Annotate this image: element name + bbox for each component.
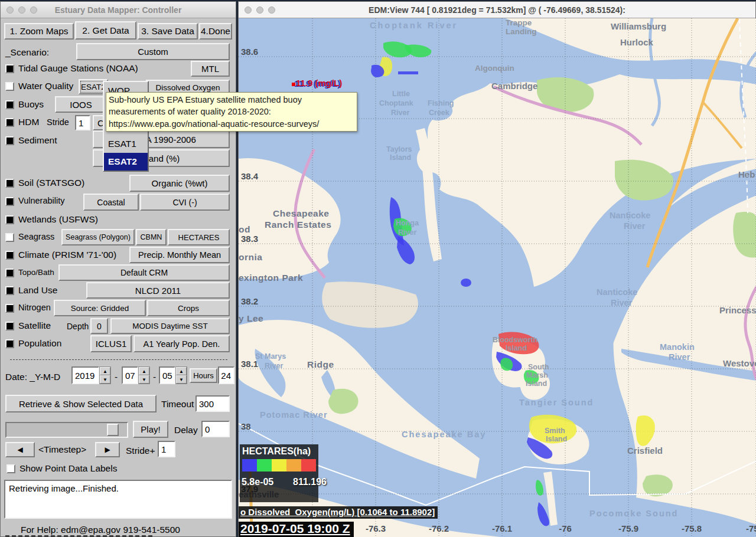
wetlands-checkbox[interactable] [5, 215, 14, 224]
latitude-label: 38.4 [241, 171, 258, 181]
map-label: St Marys [255, 352, 286, 361]
longitude-label: -76 [559, 523, 572, 533]
climate-checkbox[interactable] [5, 251, 14, 260]
controller-window: Estuary Data Mapper: Controller 1. Zoom … [0, 1, 236, 537]
vulnerability-source-button[interactable]: Coastal [83, 194, 139, 211]
satellite-variable-button[interactable]: MODIS Daytime SST [110, 318, 230, 334]
controller-titlebar[interactable]: Estuary Data Mapper: Controller [1, 2, 236, 18]
seagrass-variable-button[interactable]: HECTARES [168, 229, 230, 245]
satellite-depth-button[interactable]: 0 [90, 318, 108, 334]
retrieve-button[interactable]: Retrieve & Show Selected Data [5, 395, 157, 412]
soil-checkbox[interactable] [5, 179, 14, 188]
tooltip-line: Sub-hourly US EPA Estuary satellite matc… [109, 94, 354, 106]
map-label: Westover [723, 358, 756, 368]
legend-min: 5.8e-05 [242, 477, 273, 487]
map-label: Manokin [660, 342, 695, 352]
buoys-source-button[interactable]: IOOS [55, 96, 107, 113]
climate-variable-button[interactable]: Precip. Monthly Mean [129, 247, 230, 263]
longitude-label: -75.7 [746, 523, 756, 533]
sediment-checkbox[interactable] [5, 136, 14, 145]
seagrass-network-button[interactable]: CBMN [136, 229, 167, 245]
stride-plus-entry[interactable]: 1 [158, 441, 175, 457]
map-label: Princess [719, 305, 756, 315]
map-label: Choptank [379, 99, 413, 107]
spin-up-icon[interactable]: ▲ [139, 367, 149, 375]
seagrass-source-button[interactable]: Seagrass (Polygon) [61, 229, 135, 245]
prev-timestep-button[interactable]: ◀ [5, 442, 35, 457]
satellite-depth-label: Depth [67, 322, 89, 331]
zoom-button[interactable] [268, 6, 275, 14]
longitude-label: -76.1 [492, 523, 512, 533]
map-title: EDM:View 744 [ 0.81921deg = 71.532km] @ … [369, 5, 625, 15]
map-label: Algonquin [475, 64, 514, 73]
date-day-spinner[interactable]: ▲▼ [175, 366, 187, 384]
seagrass-checkbox[interactable] [5, 233, 14, 242]
date-day-entry[interactable]: 05 [159, 366, 175, 384]
tidal-checkbox[interactable] [5, 64, 14, 73]
slider-handle[interactable] [107, 424, 119, 436]
date-month-entry[interactable]: 07 [122, 366, 138, 384]
hdm-checkbox[interactable] [5, 118, 14, 127]
window-controls[interactable] [6, 6, 37, 14]
hours-button[interactable]: Hours [190, 368, 217, 383]
window-controls[interactable] [245, 6, 275, 14]
map-window: EDM:View 744 [ 0.81921deg = 71.532km] @ … [238, 1, 756, 537]
minimize-button[interactable] [256, 6, 263, 14]
tab-zoom-maps[interactable]: 1. Zoom Maps [4, 23, 74, 40]
spin-down-icon[interactable]: ▼ [139, 375, 149, 384]
nitrogen-checkbox[interactable] [5, 304, 14, 313]
date-year-entry[interactable]: 2019 [71, 366, 99, 384]
landuse-checkbox[interactable] [5, 286, 14, 295]
population-source-button[interactable]: ICLUS1 [90, 335, 132, 352]
close-button[interactable] [6, 6, 14, 14]
delay-label: Delay [174, 425, 198, 436]
topobath-variable-button[interactable]: Default CRM [58, 264, 230, 281]
nitrogen-variable-button[interactable]: Crops [147, 300, 230, 316]
menu-item-esat1[interactable]: ESAT1 [104, 135, 148, 153]
map-label: Chesapeake [273, 208, 329, 219]
scenario-button[interactable]: Custom [76, 43, 230, 60]
map-label: ornia [239, 252, 262, 263]
spin-down-icon[interactable]: ▼ [100, 375, 110, 384]
hdm-stride-entry[interactable]: 1 [75, 115, 90, 130]
map-label: Ranch Estates [265, 220, 331, 230]
population-variable-button[interactable]: A1 Yearly Pop. Den. [133, 335, 230, 352]
spin-up-icon[interactable]: ▲ [100, 367, 110, 375]
tab-save-data[interactable]: 3. Save Data [138, 23, 198, 40]
soil-variable-button[interactable]: Organic (%wt) [129, 175, 230, 192]
date-month-spinner[interactable]: ▲▼ [138, 366, 150, 384]
map-label: Marsh [526, 371, 548, 379]
water-quality-checkbox[interactable] [5, 82, 14, 91]
menu-item-esat2[interactable]: ESAT2 [104, 153, 148, 171]
satellite-label: Satellite [18, 320, 51, 331]
vulnerability-checkbox[interactable] [5, 197, 14, 206]
topobath-checkbox[interactable] [5, 268, 14, 277]
show-labels-checkbox[interactable] [6, 464, 15, 473]
satellite-checkbox[interactable] [5, 322, 14, 330]
next-timestep-button[interactable]: ▶ [95, 442, 120, 457]
spin-down-icon[interactable]: ▼ [176, 375, 187, 384]
vulnerability-variable-button[interactable]: CVI (-) [140, 194, 230, 211]
delay-entry[interactable]: 0 [201, 421, 230, 437]
map-titlebar[interactable]: EDM:View 744 [ 0.81921deg = 71.532km] @ … [239, 2, 755, 18]
population-checkbox[interactable] [5, 339, 14, 348]
landuse-variable-button[interactable]: NLCD 2011 [86, 282, 230, 299]
tab-done[interactable]: 4.Done [199, 23, 232, 40]
spin-up-icon[interactable]: ▲ [176, 367, 187, 375]
tidal-variable-button[interactable]: MTL [191, 61, 230, 77]
nitrogen-source-button[interactable]: Source: Gridded [54, 300, 146, 316]
timeout-entry[interactable]: 300 [195, 395, 230, 412]
zoom-button[interactable] [30, 6, 37, 14]
timestep-slider[interactable] [5, 422, 128, 438]
map-label: Potomac River [260, 410, 328, 420]
map-label: Choptank River [370, 21, 458, 30]
date-year-spinner[interactable]: ▲▼ [99, 366, 111, 384]
tab-get-data[interactable]: 2. Get Data [75, 21, 136, 40]
sediment-label: Sediment [18, 135, 57, 146]
hours-entry[interactable]: 24 [218, 366, 234, 384]
buoys-checkbox[interactable] [5, 100, 14, 109]
close-button[interactable] [245, 6, 252, 14]
longitude-label: -76.3 [366, 523, 386, 533]
minimize-button[interactable] [18, 6, 25, 14]
play-button[interactable]: Play! [133, 421, 168, 438]
